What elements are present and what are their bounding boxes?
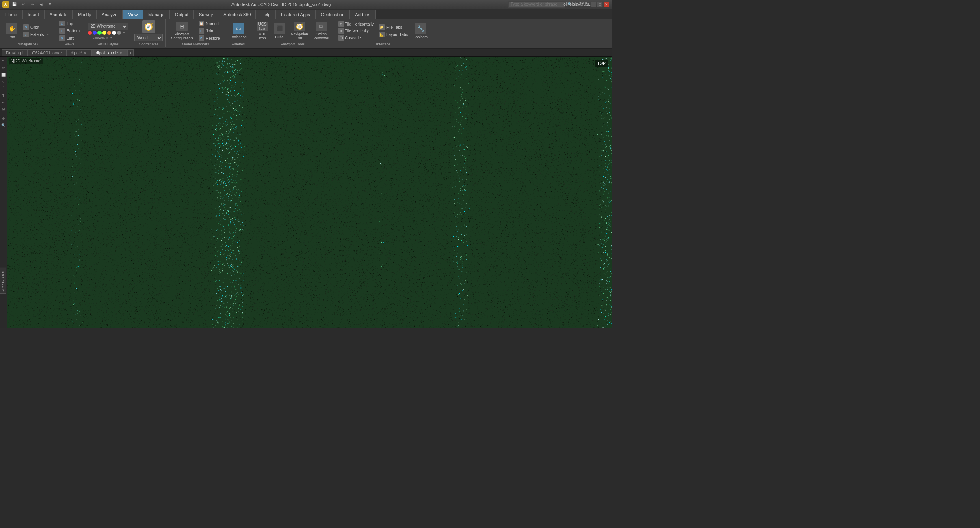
zoom-tool[interactable]: 🔍 — [0, 122, 7, 129]
tab-autodesk360[interactable]: Autodesk 360 — [218, 10, 256, 19]
tab-help[interactable]: Help — [256, 10, 276, 19]
switch-windows-icon: ⧉ — [316, 22, 327, 31]
line-weight-row: — Lineweight ▼ — [88, 36, 128, 39]
circle-tool[interactable]: ○ — [0, 78, 7, 85]
tab-output[interactable]: Output — [170, 10, 194, 19]
tab-annotate[interactable]: Annotate — [44, 10, 73, 19]
cube-button[interactable]: ⬛ Cube — [272, 20, 287, 41]
toolspace-panel[interactable]: TOOLSPACE — [0, 267, 6, 293]
viewport-config-button[interactable]: ⊞ Viewport Configuration — [169, 20, 195, 41]
interface-label: Interface — [337, 41, 430, 46]
doc-tab-dipoli[interactable]: dipoli* ✕ — [67, 49, 91, 56]
toolspace-icon: 🗂 — [233, 23, 244, 34]
select-tool[interactable]: ↖ — [0, 58, 7, 64]
doc-tab-g624[interactable]: G624-001_oma* — [28, 49, 66, 56]
switch-windows-button[interactable]: ⧉ Switch Windows — [312, 20, 331, 41]
color-gray[interactable] — [117, 31, 121, 35]
doc-tab-new[interactable]: + — [127, 49, 134, 56]
tile-vertically-button[interactable]: ⊞ Tile Vertically — [337, 28, 375, 34]
color-palette-row: ▼ — [88, 31, 128, 35]
model-viewports-content: ⊞ Viewport Configuration 📋 Named ⊟ Join … — [169, 20, 222, 41]
tab-insert[interactable]: Insert — [22, 10, 44, 19]
tab-home[interactable]: Home — [0, 10, 22, 19]
color-red[interactable] — [88, 31, 92, 35]
join-button[interactable]: ⊟ Join — [197, 28, 222, 34]
viewport[interactable]: [-][2D Wireframe] TOP — [7, 57, 612, 328]
quick-access-undo[interactable]: ↩ — [19, 1, 27, 8]
quick-access-more[interactable]: ▼ — [46, 1, 54, 8]
info-btn[interactable]: ? — [582, 1, 590, 8]
ribbon-content: ✋ Pan ⟳ Orbit ⤢ Extents ▼ Navigate 2D — [0, 19, 612, 48]
visual-styles-content: 2D Wireframe 3D Wireframe Conceptual Rea… — [88, 20, 128, 41]
dimension-tool[interactable]: ↔ — [0, 99, 7, 106]
tile-h-icon: ⊟ — [338, 21, 344, 27]
ribbon-group-viewport-tools: UCSIcon UDF Icon ⬛ Cube 🧭 Navigation Bar… — [252, 19, 333, 47]
layout-tabs-icon: 📐 — [379, 32, 385, 37]
left-view-button[interactable]: ⊡ Left — [57, 35, 82, 41]
pan-icon: ✋ — [6, 23, 17, 34]
title-bar-left: A 💾 ↩ ↪ 🖨 ▼ — [2, 1, 54, 8]
close-btn[interactable]: ✕ — [604, 2, 609, 7]
snap-tool[interactable]: ⊕ — [0, 115, 7, 122]
left-view-icon: ⊡ — [59, 35, 65, 41]
toolbars-button[interactable]: 🔧 Toolbars — [412, 20, 430, 41]
workspace: ↖ ✏ ⬜ ○ ⌒ T ↔ ⊠ ⊕ 🔍 TOOLSPACE [-][2D Wir… — [0, 57, 612, 328]
interface-tiles: ⊟ Tile Horizontally ⊞ Tile Vertically ❐ … — [337, 21, 375, 41]
views-small-btns: ⊡ Top ⊡ Bottom ⊡ Left — [57, 20, 82, 41]
visual-styles-dropdown[interactable]: 2D Wireframe 3D Wireframe Conceptual Rea… — [88, 23, 128, 30]
palettes-label: Palettes — [228, 41, 249, 46]
navigate2d-label: Navigate 2D — [4, 41, 51, 46]
color-white[interactable] — [112, 31, 116, 35]
tile-horizontally-button[interactable]: ⊟ Tile Horizontally — [337, 21, 375, 27]
quick-access-redo[interactable]: ↪ — [28, 1, 36, 8]
color-yellow[interactable] — [102, 31, 106, 35]
doc-tab-drawing1[interactable]: Drawing1 — [2, 49, 28, 56]
tile-v-icon: ⊞ — [338, 28, 344, 34]
tab-modify[interactable]: Modify — [73, 10, 96, 19]
arc-tool[interactable]: ⌒ — [0, 85, 7, 92]
minimize-btn[interactable]: _ — [591, 2, 596, 7]
ribbon-group-coordinates: 🧭 World Previous Face Coordinates — [132, 19, 166, 47]
navigate-small-btns: ⟳ Orbit ⤢ Extents ▼ — [21, 24, 51, 38]
hatch-tool[interactable]: ⊠ — [0, 106, 7, 112]
draw-tool[interactable]: ✏ — [0, 65, 7, 71]
ribbon-group-navigate2d: ✋ Pan ⟳ Orbit ⤢ Extents ▼ Navigate 2D — [2, 19, 54, 47]
extents-button[interactable]: ⤢ Extents ▼ — [21, 31, 51, 38]
text-tool[interactable]: T — [0, 92, 7, 99]
tab-manage[interactable]: Manage — [143, 10, 170, 19]
color-orange[interactable] — [107, 31, 111, 35]
tab-survey[interactable]: Survey — [194, 10, 218, 19]
tab-addin[interactable]: Add-ins — [350, 10, 375, 19]
restore-button[interactable]: ↺ Restore — [197, 35, 222, 41]
udf-icon-button[interactable]: UCSIcon UDF Icon — [255, 20, 270, 41]
color-blue[interactable] — [93, 31, 97, 35]
doc-tab-dipoli-kuo1[interactable]: dipoli_kuo1* ✕ — [91, 49, 128, 56]
tab-view[interactable]: View — [123, 10, 143, 19]
layout-tabs-button[interactable]: 📐 Layout Tabs — [377, 31, 410, 38]
tab-geolocation[interactable]: Geolocation — [316, 10, 350, 19]
pan-button[interactable]: ✋ Pan — [4, 20, 19, 41]
cascade-button[interactable]: ❐ Cascade — [337, 34, 375, 41]
doc-tab-close-dipoli[interactable]: ✕ — [84, 51, 87, 55]
viewport-top-label: TOP — [595, 60, 608, 67]
user-info[interactable]: olli.ojala@futu... — [574, 1, 582, 8]
search-input[interactable] — [508, 1, 565, 8]
tab-featured[interactable]: Featured Apps — [276, 10, 316, 19]
doc-tab-close-kuo1[interactable]: ✕ — [119, 51, 123, 55]
quick-access-print[interactable]: 🖨 — [37, 1, 45, 8]
orbit-button[interactable]: ⟳ Orbit — [21, 24, 51, 30]
nav-bar-button[interactable]: 🧭 Navigation Bar — [289, 20, 310, 41]
ribbon-group-visual-styles: 2D Wireframe 3D Wireframe Conceptual Rea… — [85, 19, 131, 47]
named-button[interactable]: 📋 Named — [197, 20, 222, 27]
quick-access-save[interactable]: 💾 — [11, 1, 18, 8]
erase-tool[interactable]: ⬜ — [0, 71, 7, 78]
views-label: Views — [57, 41, 82, 46]
coordinates-dropdown[interactable]: World Previous Face — [134, 34, 163, 41]
restore-btn[interactable]: □ — [597, 2, 603, 7]
top-view-button[interactable]: ⊡ Top — [57, 20, 82, 27]
toolspace-button[interactable]: 🗂 Toolspace — [228, 20, 249, 41]
file-tabs-button[interactable]: 📁 File Tabs — [377, 24, 410, 30]
color-green[interactable] — [97, 31, 102, 35]
tab-analyze[interactable]: Analyze — [96, 10, 123, 19]
bottom-view-button[interactable]: ⊡ Bottom — [57, 28, 82, 34]
